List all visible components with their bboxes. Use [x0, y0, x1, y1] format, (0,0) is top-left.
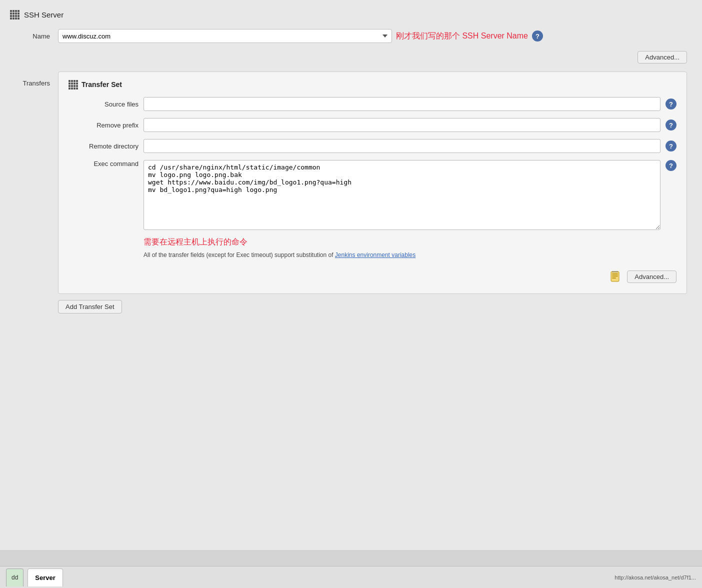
transfers-label: Transfers	[10, 72, 50, 87]
remote-directory-label: Remote directory	[68, 142, 138, 150]
name-row: Name www.discuz.com 刚才我们写的那个 SSH Server …	[10, 29, 687, 43]
name-input-wrapper: www.discuz.com 刚才我们写的那个 SSH Server Name …	[58, 29, 543, 43]
transfers-section: Transfers Transfer Set Source files ?	[10, 72, 687, 294]
page-title: SSH Server	[24, 10, 64, 19]
exec-command-label: Exec command	[68, 160, 138, 168]
source-files-row: Source files ?	[68, 97, 676, 111]
source-files-label: Source files	[68, 100, 138, 108]
name-help-icon[interactable]: ?	[532, 30, 543, 42]
remove-prefix-help-icon[interactable]: ?	[666, 120, 676, 130]
remote-directory-help-icon[interactable]: ?	[666, 140, 676, 152]
remote-directory-input[interactable]	[144, 139, 660, 153]
exec-command-help-icon[interactable]: ?	[666, 160, 676, 171]
transfer-set-box: Transfer Set Source files ? Remove prefi…	[58, 72, 687, 294]
name-select[interactable]: www.discuz.com	[58, 29, 392, 43]
tab-partial[interactable]: dd	[6, 568, 24, 586]
name-annotation: 刚才我们写的那个 SSH Server Name	[396, 31, 528, 42]
helper-text: All of the transfer fields (except for E…	[144, 250, 676, 260]
advanced-top-button[interactable]: Advanced...	[638, 51, 687, 64]
transfer-footer: Advanced...	[68, 270, 676, 284]
notepad-icon	[608, 270, 622, 284]
exec-command-row: Exec command cd /usr/share/nginx/html/st…	[68, 160, 676, 230]
svg-rect-3	[612, 278, 616, 278]
exec-command-annotation: 需要在远程主机上执行的命令	[144, 237, 676, 248]
add-transfer-row: Add Transfer Set	[58, 300, 687, 314]
add-transfer-set-button[interactable]: Add Transfer Set	[58, 300, 122, 314]
advanced-btn-top-row: Advanced...	[10, 51, 687, 64]
source-files-input[interactable]	[144, 97, 660, 111]
main-container: SSH Server Name www.discuz.com 刚才我们写的那个 …	[0, 0, 702, 550]
edit-icon	[608, 270, 622, 284]
server-tab[interactable]: Server	[28, 568, 62, 586]
remote-directory-row: Remote directory ?	[68, 139, 676, 153]
svg-rect-2	[612, 276, 618, 276]
transfer-set-grid-icon	[68, 80, 78, 89]
grid-icon	[10, 10, 19, 19]
remove-prefix-input[interactable]	[144, 118, 660, 132]
source-files-help-icon[interactable]: ?	[666, 98, 676, 110]
header-row: SSH Server	[10, 10, 687, 19]
exec-command-textarea[interactable]: cd /usr/share/nginx/html/static/image/co…	[144, 160, 660, 230]
bottom-bar: dd Server http://akosa.net/akosa_net/d7f…	[0, 566, 702, 588]
remove-prefix-label: Remove prefix	[68, 122, 138, 129]
transfer-set-header: Transfer Set	[68, 80, 676, 89]
advanced-transfer-button[interactable]: Advanced...	[627, 270, 676, 283]
tab-partial-label: dd	[12, 574, 18, 581]
svg-rect-1	[612, 274, 618, 274]
helper-text-prefix: All of the transfer fields (except for E…	[144, 252, 335, 258]
remove-prefix-row: Remove prefix ?	[68, 118, 676, 132]
jenkins-env-vars-link[interactable]: Jenkins environment variables	[335, 252, 416, 258]
name-label: Name	[10, 32, 50, 40]
status-url: http://akosa.net/akosa_net/d7f1...	[614, 574, 696, 580]
transfer-set-title: Transfer Set	[82, 80, 122, 88]
